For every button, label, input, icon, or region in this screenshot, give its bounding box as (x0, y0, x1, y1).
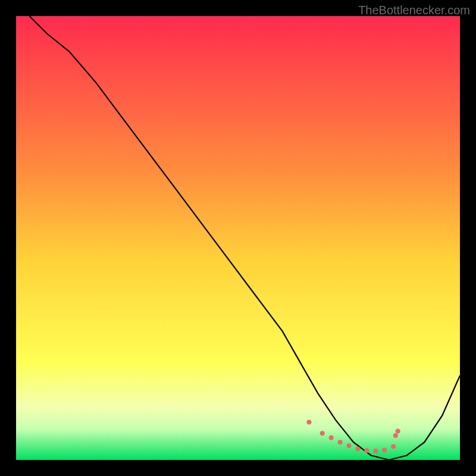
gradient-background (16, 16, 460, 460)
marker-point (320, 431, 325, 436)
marker-point (396, 429, 400, 434)
chart-plot-area (16, 16, 460, 460)
marker-point (373, 449, 378, 453)
marker-point (347, 443, 352, 448)
marker-point (393, 433, 398, 438)
marker-point (306, 420, 311, 425)
marker-point (382, 448, 387, 453)
marker-point (364, 448, 369, 453)
marker-point (391, 444, 396, 449)
marker-point (355, 446, 360, 451)
marker-point (338, 440, 343, 444)
watermark-text: TheBottlenecker.com (358, 4, 470, 17)
chart-svg (16, 16, 460, 460)
marker-point (329, 436, 334, 440)
